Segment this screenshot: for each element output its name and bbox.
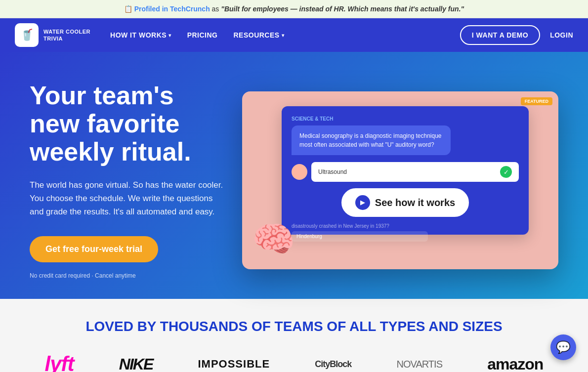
trial-button[interactable]: Get free four-week trial: [30, 236, 158, 262]
logo[interactable]: 🥤 WATER COOLER TRIVIA: [15, 23, 90, 47]
hero-mockup: FEATURED Science & Tech Medical sonograp…: [242, 91, 558, 269]
logos-row: lyft NIKE IMPOSSIBLE CityBlock NOVARTIS …: [30, 352, 558, 372]
hero-description: The world has gone virtual. So has the w…: [30, 178, 227, 219]
hero-section: Your team's new favorite weekly ritual. …: [0, 52, 588, 299]
nav-links: HOW IT WORKS ▾ PRICING RESOURCES ▾: [110, 31, 460, 39]
hero-heading: Your team's new favorite weekly ritual.: [30, 82, 227, 166]
no-cc-text: No credit card required · Cancel anytime: [30, 272, 227, 279]
mockup-question: Medical sonography is a diagnostic imagi…: [292, 125, 451, 155]
logos-heading: Loved by Thousands of TEAMS of all types…: [30, 319, 558, 334]
mockup-answer-text: Ultrasound: [318, 168, 347, 175]
top-banner: 📋 Profiled in TechCrunch as "Built for e…: [0, 0, 588, 18]
chevron-down-icon: ▾: [168, 33, 171, 38]
logo-icon: 🥤: [15, 23, 39, 47]
mockup-bottom-question: disastrously crashed in New Jersey in 19…: [292, 223, 519, 229]
banner-icon: 📋: [124, 5, 132, 13]
impossible-logo: IMPOSSIBLE: [198, 358, 270, 371]
logos-heading-teams: TEAMS: [275, 319, 323, 334]
logos-heading-part2: of all types and sizes: [323, 319, 503, 334]
mockup-avatar: [292, 164, 307, 180]
banner-quote: "Built for employees — instead of HR. Wh…: [221, 5, 464, 13]
hero-right: FEATURED Science & Tech Medical sonograp…: [227, 91, 558, 269]
mockup-tag: FEATURED: [521, 97, 552, 105]
novartis-logo: NOVARTIS: [397, 359, 442, 370]
nav-actions: I WANT A DEMO LOGIN: [460, 25, 573, 45]
banner-suffix: as: [212, 5, 221, 13]
chevron-down-icon-2: ▾: [282, 33, 285, 38]
login-button[interactable]: LOGIN: [550, 31, 573, 39]
logos-heading-part1: Loved by Thousands of: [85, 319, 274, 334]
mockup-screen: Science & Tech Medical sonography is a d…: [282, 106, 529, 235]
cityblock-logo: CityBlock: [315, 359, 351, 370]
mockup-answer-box: Ultrasound ✓: [311, 162, 519, 182]
play-icon: ▶: [355, 195, 370, 210]
nav-resources[interactable]: RESOURCES ▾: [233, 31, 284, 39]
check-icon: ✓: [500, 166, 512, 178]
amazon-logo: amazon: [487, 355, 543, 372]
nav-how-it-works[interactable]: HOW IT WORKS ▾: [110, 31, 171, 39]
nav-pricing[interactable]: PRICING: [187, 31, 218, 39]
mockup-category: Science & Tech: [292, 116, 519, 122]
lyft-logo: lyft: [45, 352, 74, 372]
navbar: 🥤 WATER COOLER TRIVIA HOW IT WORKS ▾ PRI…: [0, 18, 588, 52]
nike-logo: NIKE: [119, 355, 153, 372]
see-how-button[interactable]: ▶ See how it works: [340, 187, 470, 218]
see-how-label: See how it works: [375, 197, 455, 208]
demo-button[interactable]: I WANT A DEMO: [460, 25, 540, 45]
mockup-bottom-answer: Hindenburg: [292, 231, 428, 242]
logos-section: Loved by Thousands of TEAMS of all types…: [0, 299, 588, 372]
logo-text: WATER COOLER TRIVIA: [43, 28, 90, 42]
hero-left: Your team's new favorite weekly ritual. …: [30, 82, 227, 279]
techcrunch-link[interactable]: Profiled in TechCrunch: [134, 5, 210, 13]
brain-character: 🧠: [252, 219, 295, 259]
mockup-answer-row: Ultrasound ✓: [292, 162, 519, 182]
chat-bubble[interactable]: 💬: [550, 334, 576, 360]
